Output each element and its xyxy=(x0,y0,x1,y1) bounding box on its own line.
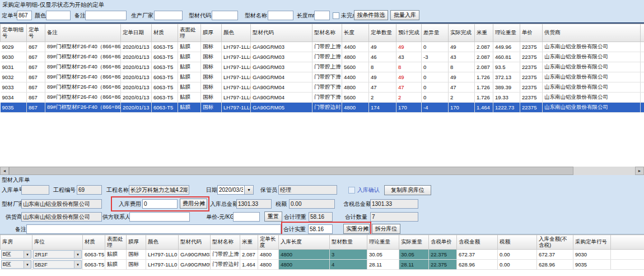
column-header[interactable]: 定单号 xyxy=(27,24,45,42)
horizontal-scrollbar[interactable]: ◄ ► xyxy=(0,167,644,175)
table-row[interactable]: 903286789#门框型材F26-F40（866+867）2020/01/13… xyxy=(1,72,644,82)
reset-button[interactable]: 重置 xyxy=(264,211,282,222)
scrollbar-track[interactable] xyxy=(573,167,635,175)
unfinished-checkbox[interactable] xyxy=(333,12,339,19)
column-header[interactable]: 型材名称 xyxy=(211,235,240,250)
column-header[interactable]: 膜厚 xyxy=(127,235,146,250)
column-header[interactable]: 定单明细号 xyxy=(1,24,27,42)
cell: 国标 xyxy=(127,250,146,260)
table-row[interactable]: 903586789#门框型材F26-F40（866+867）2020/01/13… xyxy=(1,103,644,113)
warehouse-combo[interactable]: B区▾ xyxy=(1,260,32,269)
table-row[interactable]: B区▾2R1F▾6063-T5贴膜国标LH797-1LL0GA90GRM03门带… xyxy=(1,250,644,260)
profile-name-filter-input[interactable] xyxy=(268,11,293,20)
total-qty-field[interactable] xyxy=(370,212,418,222)
table-row[interactable]: 903186789#门框型材F26-F40（866+867）2020/01/13… xyxy=(1,62,644,72)
column-header[interactable]: 颜色 xyxy=(222,24,251,42)
scroll-left-icon[interactable]: ◄ xyxy=(0,167,9,175)
inbound-confirm-checkbox[interactable] xyxy=(348,187,355,194)
column-header[interactable]: 库位 xyxy=(32,235,83,250)
column-header[interactable]: 颜色 xyxy=(146,235,179,250)
supplier-contact-input[interactable] xyxy=(129,212,190,222)
column-header[interactable]: 预计完成 xyxy=(396,24,422,42)
column-header[interactable]: 材质 xyxy=(83,235,105,250)
total-theory-weight-field[interactable] xyxy=(309,212,333,222)
cell: 2020/01/13 xyxy=(121,82,152,93)
column-header[interactable]: 定单日期 xyxy=(121,24,152,42)
column-header[interactable]: 入库长度 xyxy=(279,235,330,250)
chevron-down-icon[interactable]: ▾ xyxy=(24,251,31,258)
column-header[interactable]: 供货商 xyxy=(543,24,641,42)
profile-manufacturer-field[interactable] xyxy=(21,199,102,209)
fee-share-button[interactable]: 费用分摊 xyxy=(180,199,207,209)
chevron-down-icon[interactable]: ▾ xyxy=(74,261,81,268)
split-location-button[interactable]: 拆分库位 xyxy=(372,224,400,234)
total-actual-weight-input[interactable] xyxy=(308,224,333,234)
column-header[interactable]: 表面处理 xyxy=(105,235,127,250)
column-header[interactable]: 库房 xyxy=(1,235,32,250)
chevron-down-icon[interactable]: ▾ xyxy=(74,251,81,258)
column-header[interactable]: 税额 xyxy=(498,235,537,250)
bin-location-combo[interactable]: 2R1F▾ xyxy=(33,250,82,259)
column-header[interactable]: 实际完成 xyxy=(449,24,475,42)
chevron-down-icon[interactable]: ▾ xyxy=(24,261,31,268)
remark-filter-input[interactable] xyxy=(85,11,127,20)
table-row[interactable]: 902986789#门框型材F26-F40（866+867）2020/01/13… xyxy=(1,42,644,52)
column-header[interactable]: 备注 xyxy=(45,24,121,42)
inbound-no-field[interactable] xyxy=(21,185,49,195)
column-header[interactable]: 膜厚 xyxy=(201,24,222,42)
column-header[interactable]: 入库金额(不含税) xyxy=(537,235,573,250)
actual-weight-share-button[interactable]: 实重分摊 xyxy=(343,224,370,234)
length-filter-input[interactable] xyxy=(314,11,330,20)
column-header[interactable]: 材质 xyxy=(152,24,178,42)
project-no-field[interactable] xyxy=(77,185,102,195)
inbound-fee-input[interactable] xyxy=(142,199,178,209)
color-filter-input[interactable] xyxy=(46,11,71,20)
filter-by-condition-button[interactable]: 按条件筛选 xyxy=(354,10,388,20)
copy-warehouse-location-button[interactable]: 复制库房库位 xyxy=(384,185,431,195)
column-header[interactable]: 表面处理 xyxy=(178,24,201,42)
column-header[interactable]: 米重 xyxy=(475,24,493,42)
column-header[interactable]: 定单数量 xyxy=(369,24,396,42)
cell-empty xyxy=(641,82,644,93)
date-field[interactable] xyxy=(217,185,245,195)
supplier-field[interactable] xyxy=(21,212,102,222)
column-header[interactable]: 型材代码 xyxy=(251,24,312,42)
column-header[interactable]: 定单长度 xyxy=(258,235,279,250)
column-header[interactable]: 单价 xyxy=(520,24,543,42)
column-header[interactable]: 长度 xyxy=(342,24,369,42)
table-row[interactable]: 903486789#门框型材F26-F40（866+867）2020/01/13… xyxy=(1,93,644,103)
table-row[interactable]: B区▾5B2F▾6063-T5贴膜国标LH797-1LL0GA90GRM05门带… xyxy=(1,260,644,270)
manufacturer-filter-input[interactable] xyxy=(154,11,183,20)
project-name-field[interactable] xyxy=(129,185,189,195)
warehouse-combo[interactable]: B区▾ xyxy=(1,250,32,259)
remark-input[interactable] xyxy=(26,224,281,234)
column-header[interactable]: 含税金额 xyxy=(457,235,498,250)
column-header[interactable]: 差异量 xyxy=(422,24,449,42)
scroll-right-icon[interactable]: ► xyxy=(635,167,644,175)
batch-inbound-button[interactable]: 批量入库 xyxy=(390,10,419,20)
column-header[interactable]: 实际重量 xyxy=(399,235,429,250)
unit-price-input[interactable] xyxy=(233,212,260,222)
order-no-input[interactable] xyxy=(17,11,32,20)
cell: -3 xyxy=(422,52,449,62)
column-header[interactable]: 型材名称 xyxy=(312,24,342,42)
column-header[interactable]: 型材代码 xyxy=(179,235,211,250)
bin-location-combo[interactable]: 5B2F▾ xyxy=(33,260,82,269)
keeper-field[interactable] xyxy=(278,185,337,195)
scrollbar-thumb[interactable] xyxy=(9,167,573,175)
date-dropdown-icon[interactable]: ▾ xyxy=(245,185,254,195)
total-amount-field[interactable] xyxy=(236,199,272,209)
remark-label: 备注 xyxy=(15,224,26,234)
column-header[interactable]: 采购定单行号 xyxy=(573,235,611,250)
table-row[interactable]: 903086789#门框型材F26-F40（866+867）2020/01/13… xyxy=(1,52,644,62)
profile-code-filter-input[interactable] xyxy=(212,11,238,20)
tax-total-field[interactable] xyxy=(370,199,418,209)
table-row[interactable]: 903386789#门框型材F26-F40（866+867）2020/01/13… xyxy=(1,82,644,93)
tax-field[interactable] xyxy=(289,199,335,209)
cell: 89#门框型材F26-F40（866+867） xyxy=(45,93,121,103)
column-header[interactable]: 型材数量 xyxy=(330,235,367,250)
column-header[interactable]: 含税单价 xyxy=(429,235,457,250)
column-header[interactable]: 理论重量 xyxy=(367,235,399,250)
column-header[interactable]: 理论重量 xyxy=(493,24,520,42)
column-header[interactable]: 米重 xyxy=(240,235,258,250)
